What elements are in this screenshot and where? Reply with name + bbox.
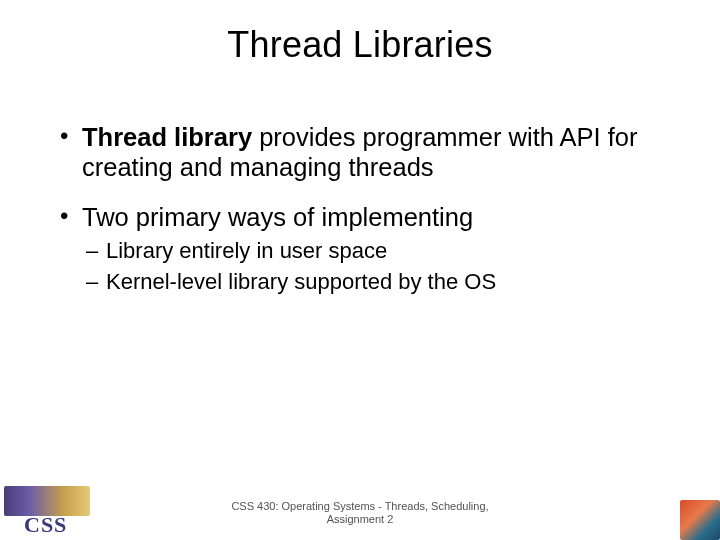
bullet-level-2: Kernel-level library supported by the OS — [60, 269, 670, 296]
footer-line-1: CSS 430: Operating Systems - Threads, Sc… — [231, 500, 488, 512]
bullet-level-1: Two primary ways of implementing — [60, 202, 670, 232]
bullet-bold-lead: Thread library — [82, 123, 252, 151]
slide-footer: CSS 430: Operating Systems - Threads, Sc… — [0, 500, 720, 526]
bullet-level-2: Library entirely in user space — [60, 238, 670, 265]
slide-title: Thread Libraries — [0, 24, 720, 66]
footer-line-2: Assignment 2 — [327, 513, 394, 525]
textbook-thumbnail — [680, 500, 720, 540]
slide-content: Thread library provides programmer with … — [60, 122, 670, 300]
bullet-level-1: Thread library provides programmer with … — [60, 122, 670, 182]
